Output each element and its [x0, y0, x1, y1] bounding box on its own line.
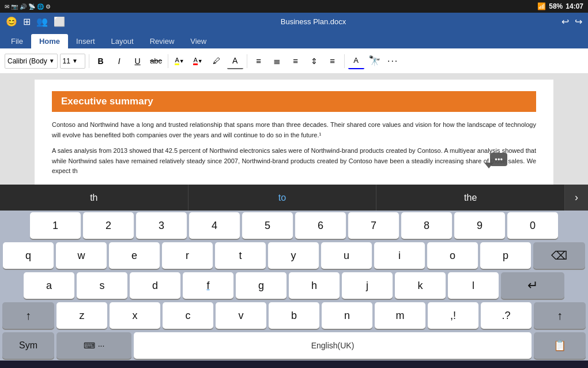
find-button[interactable]: 🔭 — [367, 53, 383, 69]
key-6[interactable]: 6 — [295, 212, 346, 239]
bullet-list-button[interactable]: ≡ — [251, 53, 267, 69]
key-s[interactable]: s — [77, 272, 127, 299]
key-comma[interactable]: ,! — [428, 302, 478, 329]
clear-format-button[interactable]: 🖊 — [209, 53, 225, 69]
key-5[interactable]: 5 — [242, 212, 293, 239]
key-4[interactable]: 4 — [189, 212, 240, 239]
key-z[interactable]: z — [56, 302, 107, 329]
font-size-large-button[interactable]: A — [227, 53, 243, 69]
suggestion-center[interactable]: to — [189, 185, 377, 211]
key-space[interactable]: English(UK) — [134, 332, 532, 359]
key-b[interactable]: b — [269, 302, 319, 329]
key-1[interactable]: 1 — [30, 212, 81, 239]
font-family-selector[interactable]: Calibri (Body ▼ — [5, 54, 58, 69]
key-t[interactable]: t — [215, 242, 266, 269]
doc-paragraph-1: Contoso and Northwind have a long and tr… — [52, 120, 536, 140]
key-h[interactable]: h — [289, 272, 340, 299]
tab-home[interactable]: Home — [31, 34, 68, 48]
keyboard-row-zxcv: ↑ z x c v b n m ,! .? ↑ — [0, 301, 588, 331]
styles-button[interactable]: A — [348, 53, 364, 69]
title-right-icons[interactable]: ↩ ↪ — [561, 16, 582, 27]
key-n[interactable]: n — [322, 302, 372, 329]
suggestion-left[interactable]: th — [0, 185, 189, 211]
font-size-selector[interactable]: 11 ▼ — [60, 54, 85, 69]
popup-dots[interactable]: ••• — [495, 155, 503, 164]
key-2[interactable]: 2 — [83, 212, 134, 239]
divider-1 — [89, 54, 89, 68]
redo-icon[interactable]: ↪ — [575, 16, 582, 27]
key-o[interactable]: o — [427, 242, 478, 269]
numbered-list-button[interactable]: ≣ — [269, 53, 285, 69]
font-size-value: 11 — [63, 57, 70, 65]
key-shift[interactable]: ↑ — [2, 302, 54, 329]
tab-view[interactable]: View — [182, 34, 214, 48]
tab-layout[interactable]: Layout — [103, 34, 142, 48]
document-page: Executive summary Contoso and Northwind … — [35, 80, 553, 185]
suggestion-collapse-button[interactable]: › — [565, 185, 588, 211]
key-period[interactable]: .? — [481, 302, 532, 329]
underline-button[interactable]: U — [130, 53, 146, 69]
highlight-color-button[interactable]: A▼ — [172, 53, 188, 69]
line-spacing-button[interactable]: ⇕ — [306, 53, 322, 69]
key-l[interactable]: l — [448, 272, 499, 299]
key-3[interactable]: 3 — [136, 212, 187, 239]
key-d[interactable]: d — [130, 272, 180, 299]
battery-level: 58% — [549, 2, 563, 10]
title-left-icons[interactable]: 😊 ⊞ 👥 ⬜ — [6, 16, 65, 27]
key-a[interactable]: a — [24, 272, 74, 299]
undo-icon[interactable]: ↩ — [561, 16, 569, 27]
divider-3 — [247, 54, 247, 68]
italic-button[interactable]: I — [111, 53, 127, 69]
key-q[interactable]: q — [3, 242, 54, 269]
people-icon[interactable]: 👥 — [36, 16, 48, 27]
keyboard: 1 2 3 4 5 6 7 8 9 0 q w e r t y u i o p … — [0, 211, 588, 361]
key-0[interactable]: 0 — [507, 212, 558, 239]
size-dropdown-icon: ▼ — [72, 58, 78, 64]
key-7[interactable]: 7 — [348, 212, 399, 239]
tab-insert[interactable]: Insert — [68, 34, 103, 48]
status-bar: ✉📷🔊📡🌐⚙ 📶 58% 14:07 — [0, 0, 588, 13]
keyboard-row-qwerty: q w e r t y u i o p ⌫ — [0, 241, 588, 271]
key-enter[interactable]: ↵ — [501, 272, 564, 299]
suggestion-right[interactable]: the — [376, 185, 565, 211]
key-x[interactable]: x — [110, 302, 160, 329]
tab-review[interactable]: Review — [142, 34, 183, 48]
key-clipboard[interactable]: 📋 — [534, 332, 586, 359]
status-left-icons: ✉📷🔊📡🌐⚙ — [5, 3, 534, 10]
tab-file[interactable]: File — [3, 34, 31, 48]
bold-button[interactable]: B — [93, 53, 109, 69]
key-u[interactable]: u — [321, 242, 372, 269]
key-j[interactable]: j — [342, 272, 393, 299]
keyboard-icon: ⌨ — [84, 341, 95, 350]
key-8[interactable]: 8 — [401, 212, 452, 239]
key-i[interactable]: i — [374, 242, 425, 269]
key-delete[interactable]: ⌫ — [533, 242, 585, 269]
key-c[interactable]: c — [163, 302, 213, 329]
key-v[interactable]: v — [216, 302, 266, 329]
key-r[interactable]: r — [162, 242, 213, 269]
title-bar: 😊 ⊞ 👥 ⬜ Business Plan.docx ↩ ↪ — [0, 13, 588, 30]
tablet-icon[interactable]: ⬜ — [54, 16, 65, 27]
key-sym[interactable]: Sym — [2, 332, 54, 359]
key-g[interactable]: g — [236, 272, 287, 299]
key-shift-right[interactable]: ↑ — [534, 302, 586, 329]
font-color-button[interactable]: A▼ — [190, 53, 206, 69]
key-m[interactable]: m — [375, 302, 425, 329]
key-keyboard-settings[interactable]: ⌨ ··· — [56, 332, 131, 359]
grid-icon[interactable]: ⊞ — [23, 16, 31, 27]
keyboard-settings-icon: ··· — [98, 341, 105, 350]
more-options-button[interactable]: ··· — [385, 53, 401, 69]
key-9[interactable]: 9 — [454, 212, 505, 239]
key-k[interactable]: k — [395, 272, 446, 299]
strikethrough-button[interactable]: abc — [148, 53, 164, 69]
emoji-icon[interactable]: 😊 — [6, 16, 17, 27]
suggestions-bar: th to the › — [0, 185, 588, 211]
key-y[interactable]: y — [268, 242, 319, 269]
indent-button[interactable]: ≡ — [288, 53, 304, 69]
paragraph-spacing-button[interactable]: ≡ — [325, 53, 341, 69]
key-f[interactable]: f — [183, 272, 233, 299]
key-w[interactable]: w — [56, 242, 107, 269]
doc-paragraph-2: A sales analysis from 2013 showed that 4… — [52, 146, 536, 177]
key-e[interactable]: e — [109, 242, 160, 269]
key-p[interactable]: p — [480, 242, 531, 269]
